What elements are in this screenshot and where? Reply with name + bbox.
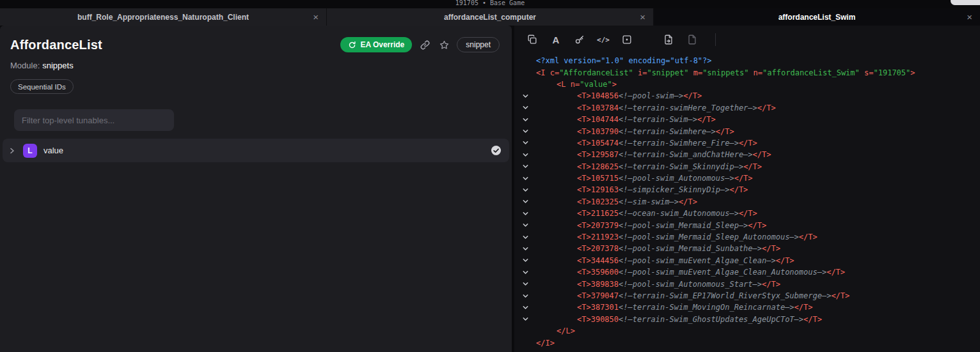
tab-affordanceList_Swim[interactable]: affordanceList_Swim× <box>654 8 980 26</box>
check-circle-icon[interactable] <box>491 145 502 156</box>
code-line: <T>207379<!—pool-swim_Mermaid_Sleep—></T… <box>514 219 980 231</box>
link-icon[interactable] <box>418 38 431 51</box>
collapse-chevron-icon[interactable] <box>522 280 536 287</box>
tab-close-icon[interactable]: × <box>313 11 319 21</box>
tab-close-icon[interactable]: × <box>967 11 972 21</box>
list-type-badge: L <box>23 144 37 158</box>
collapse-chevron-icon[interactable] <box>522 245 536 252</box>
code-text: <T>104856<!—pool-swim—></T> <box>536 91 702 100</box>
code-text: <T>359600<!—pool-swim_muEvent_Algae_Clea… <box>536 268 845 277</box>
tab-label: affordanceList_Swim <box>778 13 856 22</box>
titlebar-button[interactable] <box>951 0 980 5</box>
code-line: <T>211625<!—ocean-swim_Autonomous—></T> <box>514 208 980 219</box>
code-text: <T>211625<!—ocean-swim_Autonomous—></T> <box>536 209 757 218</box>
code-text: <T>103784<!—terrain-swimHere_Together—><… <box>536 103 776 112</box>
code-text: <T>207379<!—pool-swim_Mermaid_Sleep—></T… <box>536 221 766 230</box>
ea-override-button[interactable]: EA Override <box>340 37 412 52</box>
module-label: Module: <box>10 61 40 70</box>
main-content: AffordanceList EA Override <box>0 26 980 352</box>
collapse-chevron-icon[interactable] <box>522 304 536 311</box>
code-line: <T>387301<!—terrain-Swim_MovingOn_Reinca… <box>514 302 980 313</box>
code-line: <T>104856<!—pool-swim—></T> <box>514 90 980 102</box>
collapse-chevron-icon[interactable] <box>522 187 536 194</box>
code-line: <T>390850<!—terrain-Swim_GhostUpdates_Ag… <box>514 314 980 325</box>
code-line: <T>104744<!—terrain-Swim—></T> <box>514 114 980 125</box>
window-titlebar: 191705 • Base Game <box>0 0 980 8</box>
collapse-chevron-icon[interactable] <box>522 104 536 111</box>
tab-close-icon[interactable]: × <box>640 11 645 21</box>
code-line: <T>128625<!—terrain-Swim_Skinnydip—></T> <box>514 161 980 172</box>
collapse-chevron-icon[interactable] <box>522 93 536 100</box>
code-text: </L> <box>536 326 575 335</box>
collapse-chevron-icon[interactable] <box>522 163 536 170</box>
collapse-chevron-icon[interactable] <box>522 175 536 182</box>
collapse-chevron-icon[interactable] <box>522 210 536 217</box>
collapse-chevron-icon[interactable] <box>522 257 536 264</box>
code-editor[interactable]: <?xml version="1.0" encoding="utf-8"?><I… <box>514 54 980 349</box>
code-line: <T>102325<!—sim-swim—></T> <box>514 196 980 208</box>
ea-override-label: EA Override <box>360 40 404 49</box>
code-toolbar: A </> <box>514 26 980 54</box>
file-export-icon[interactable] <box>662 33 675 46</box>
code-text: <T>104744<!—terrain-Swim—></T> <box>536 115 716 124</box>
code-text: <T>344456<!—pool-swim_muEvent_Algae_Clea… <box>536 256 794 265</box>
collapse-chevron-icon[interactable] <box>522 116 536 123</box>
tab-label: affordanceList_computer <box>444 13 536 22</box>
expand-chevron-icon[interactable] <box>8 147 17 155</box>
code-text: <?xml version="1.0" encoding="utf-8"?> <box>536 56 712 65</box>
code-text: <T>211923<!—pool-swim_Mermaid_Sleep_Auto… <box>536 233 818 241</box>
filter-input[interactable] <box>14 109 174 131</box>
copy-icon[interactable] <box>526 33 539 46</box>
collapse-chevron-icon[interactable] <box>522 128 536 135</box>
collapse-chevron-icon[interactable] <box>522 234 536 241</box>
code-text: <T>102325<!—sim-swim—></T> <box>536 197 697 206</box>
collapse-chevron-icon[interactable] <box>522 316 536 323</box>
code-line: <T>379047<!—terrain-Swim_EP17World_River… <box>514 290 980 302</box>
font-icon-glyph: A <box>553 35 560 45</box>
collapse-chevron-icon[interactable] <box>522 269 536 276</box>
panel-header: AffordanceList EA Override <box>0 26 512 52</box>
collapse-chevron-icon[interactable] <box>522 198 536 205</box>
value-row[interactable]: L value <box>3 139 509 162</box>
toolbar-divider <box>715 33 716 46</box>
code-line: <T>129587<!—terrain-Swim_andChatHere—></… <box>514 149 980 160</box>
xml-panel: A </> <box>514 26 980 352</box>
code-icon-glyph: </> <box>597 36 610 43</box>
tab-buff_Role_Appropriateness_Naturopath_Client[interactable]: buff_Role_Appropriateness_Naturopath_Cli… <box>0 8 327 26</box>
collapse-chevron-icon[interactable] <box>522 293 536 300</box>
font-icon[interactable]: A <box>549 33 562 46</box>
code-text: <T>105474<!—terrain-Swimhere_Fire—></T> <box>536 139 757 148</box>
code-icon[interactable]: </> <box>597 33 610 46</box>
code-text: <T>103790<!—terrain-Swimhere—></T> <box>536 127 734 136</box>
collapse-chevron-icon[interactable] <box>522 151 536 158</box>
embed-icon[interactable] <box>620 33 633 46</box>
code-text: <T>105715<!—pool-swim_Autonomous—></T> <box>536 174 753 183</box>
collapse-chevron-icon[interactable] <box>522 139 536 146</box>
key-icon[interactable] <box>573 33 586 46</box>
star-icon[interactable] <box>438 38 450 51</box>
code-line: <T>103790<!—terrain-Swimhere—></T> <box>514 125 980 137</box>
sequential-ids-button[interactable]: Sequential IDs <box>10 79 74 94</box>
code-line: <T>389838<!—pool-swim_Autonomous_Start—>… <box>514 278 980 289</box>
code-text: <T>379047<!—terrain-Swim_EP17World_River… <box>536 291 850 300</box>
code-line: <T>359600<!—pool-swim_muEvent_Algae_Clea… <box>514 266 980 278</box>
code-line: </L> <box>514 325 980 337</box>
value-row-label: value <box>43 146 63 155</box>
file-icon[interactable] <box>686 33 699 46</box>
header-actions: EA Override snippet <box>340 37 500 52</box>
code-line: <T>129163<!—simpicker_SkinnyDip—></T> <box>514 184 980 195</box>
collapse-chevron-icon[interactable] <box>522 222 536 229</box>
code-text: <T>129587<!—terrain-Swim_andChatHere—></… <box>536 150 771 159</box>
module-line: Module:snippets <box>10 61 502 70</box>
code-text: <I c="AffordanceList" i="snippet" m="sni… <box>536 68 915 77</box>
code-line: <?xml version="1.0" encoding="utf-8"?> <box>514 55 980 66</box>
type-pill: snippet <box>457 37 500 52</box>
code-line: <T>105474<!—terrain-Swimhere_Fire—></T> <box>514 137 980 149</box>
code-text: <T>207378<!—pool-swim_Mermaid_Sunbathe—>… <box>536 244 780 253</box>
tab-affordanceList_computer[interactable]: affordanceList_computer× <box>327 8 654 26</box>
code-text: <T>389838<!—pool-swim_Autonomous_Start—>… <box>536 280 780 289</box>
code-text: <T>129163<!—simpicker_SkinnyDip—></T> <box>536 185 748 194</box>
code-line: <T>103784<!—terrain-swimHere_Together—><… <box>514 102 980 114</box>
code-line: <T>211923<!—pool-swim_Mermaid_Sleep_Auto… <box>514 231 980 243</box>
code-text: <L n="value"> <box>536 80 617 89</box>
